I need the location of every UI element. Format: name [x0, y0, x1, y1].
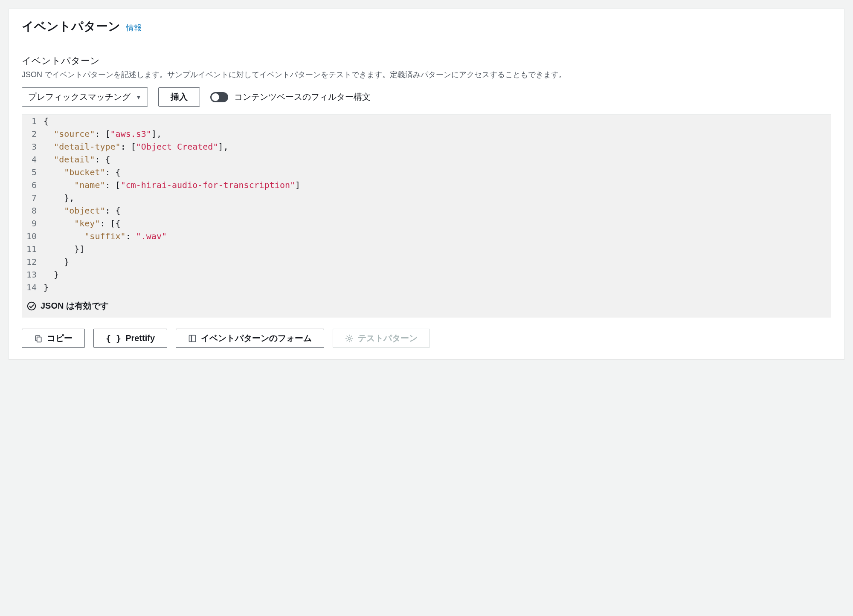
svg-rect-3 [189, 335, 196, 341]
line-number: 12 [22, 255, 41, 268]
prettify-button[interactable]: { } Prettify [93, 329, 167, 348]
code-content[interactable]: "bucket": { [41, 166, 121, 179]
svg-point-0 [28, 302, 35, 309]
line-number: 5 [22, 166, 41, 179]
subsection-desc: JSON でイベントパターンを記述します。サンプルイベントに対してイベントパター… [22, 69, 831, 81]
code-content[interactable]: { [41, 115, 49, 127]
code-line[interactable]: 10 "suffix": ".wav" [22, 230, 831, 243]
code-content[interactable]: }, [41, 191, 74, 204]
line-number: 13 [22, 268, 41, 281]
copy-label: コピー [47, 333, 73, 344]
gear-icon [345, 334, 354, 343]
code-content[interactable]: }] [41, 243, 84, 255]
line-number: 10 [22, 230, 41, 243]
code-line[interactable]: 5 "bucket": { [22, 166, 831, 179]
code-line[interactable]: 9 "key": [{ [22, 217, 831, 230]
form-icon [188, 334, 197, 343]
line-number: 6 [22, 179, 41, 191]
code-line[interactable]: 1{ [22, 115, 831, 127]
action-button-row: コピー { } Prettify イベントパターンのフォーム テストパターン [22, 329, 831, 348]
check-circle-icon [27, 301, 36, 311]
svg-rect-2 [37, 337, 41, 342]
panel-title: イベントパターン [22, 20, 120, 33]
code-line[interactable]: 2 "source": ["aws.s3"], [22, 127, 831, 140]
copy-icon [34, 334, 43, 343]
code-line[interactable]: 14} [22, 281, 831, 294]
insert-button[interactable]: 挿入 [158, 87, 200, 107]
code-content[interactable]: "source": ["aws.s3"], [41, 127, 162, 140]
line-number: 2 [22, 127, 41, 140]
svg-rect-4 [191, 335, 192, 341]
code-content[interactable]: "detail": { [41, 153, 110, 166]
code-content[interactable]: } [41, 281, 49, 294]
code-content[interactable]: } [41, 268, 59, 281]
code-content[interactable]: } [41, 255, 69, 268]
code-line[interactable]: 11 }] [22, 243, 831, 255]
code-line[interactable]: 12 } [22, 255, 831, 268]
prettify-label: Prettify [125, 333, 155, 343]
content-filter-label: コンテンツベースのフィルター構文 [234, 91, 371, 103]
code-content[interactable]: "detail-type": ["Object Created"], [41, 140, 229, 153]
content-filter-toggle-wrap: コンテンツベースのフィルター構文 [210, 91, 371, 103]
content-filter-toggle[interactable] [210, 92, 228, 102]
test-pattern-button: テストパターン [333, 329, 430, 348]
code-line[interactable]: 3 "detail-type": ["Object Created"], [22, 140, 831, 153]
json-status-text: JSON は有効です [41, 300, 109, 312]
code-line[interactable]: 13 } [22, 268, 831, 281]
test-label: テストパターン [358, 333, 418, 344]
panel-header: イベントパターン 情報 [9, 9, 844, 45]
code-line[interactable]: 6 "name": ["cm-hirai-audio-for-transcrip… [22, 179, 831, 191]
insert-label: 挿入 [171, 91, 188, 103]
code-line[interactable]: 4 "detail": { [22, 153, 831, 166]
svg-point-5 [348, 337, 350, 339]
line-number: 9 [22, 217, 41, 230]
line-number: 3 [22, 140, 41, 153]
event-pattern-form-button[interactable]: イベントパターンのフォーム [176, 329, 324, 348]
code-content[interactable]: "object": { [41, 204, 121, 217]
subsection-title: イベントパターン [22, 55, 831, 67]
braces-icon: { } [106, 333, 121, 344]
json-editor[interactable]: 1{2 "source": ["aws.s3"],3 "detail-type"… [22, 114, 831, 294]
dropdown-label: プレフィックスマッチング [28, 91, 131, 103]
info-link[interactable]: 情報 [126, 23, 142, 32]
code-content[interactable]: "name": ["cm-hirai-audio-for-transcripti… [41, 179, 300, 191]
panel-body: イベントパターン JSON でイベントパターンを記述します。サンプルイベントに対… [9, 45, 844, 359]
json-status-bar: JSON は有効です [22, 294, 831, 318]
line-number: 11 [22, 243, 41, 255]
chevron-down-icon: ▼ [136, 94, 142, 101]
code-line[interactable]: 8 "object": { [22, 204, 831, 217]
code-line[interactable]: 7 }, [22, 191, 831, 204]
code-content[interactable]: "key": [{ [41, 217, 121, 230]
line-number: 4 [22, 153, 41, 166]
form-label: イベントパターンのフォーム [201, 333, 312, 344]
line-number: 7 [22, 191, 41, 204]
copy-button[interactable]: コピー [22, 329, 85, 348]
code-content[interactable]: "suffix": ".wav" [41, 230, 167, 243]
line-number: 1 [22, 115, 41, 127]
line-number: 8 [22, 204, 41, 217]
event-pattern-panel: イベントパターン 情報 イベントパターン JSON でイベントパターンを記述しま… [9, 9, 844, 359]
controls-row: プレフィックスマッチング ▼ 挿入 コンテンツベースのフィルター構文 [22, 87, 831, 107]
line-number: 14 [22, 281, 41, 294]
match-type-dropdown[interactable]: プレフィックスマッチング ▼ [22, 87, 148, 107]
